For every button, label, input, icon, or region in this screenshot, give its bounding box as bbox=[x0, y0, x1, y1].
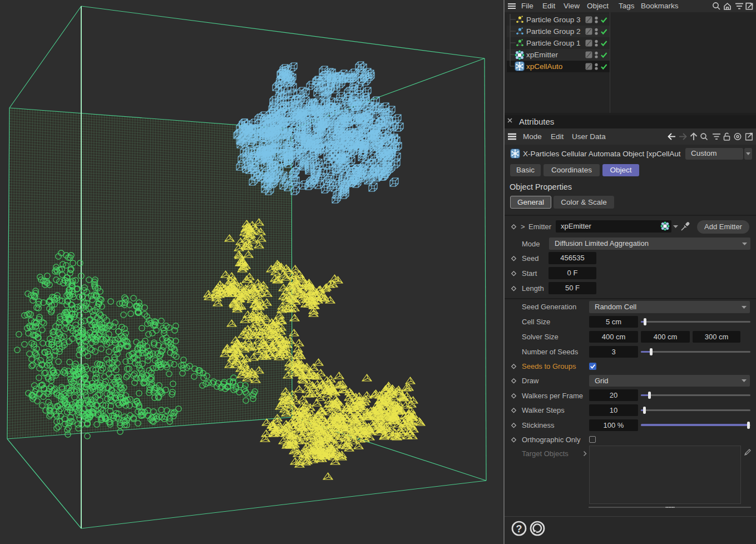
svg-text:?: ? bbox=[516, 523, 522, 535]
